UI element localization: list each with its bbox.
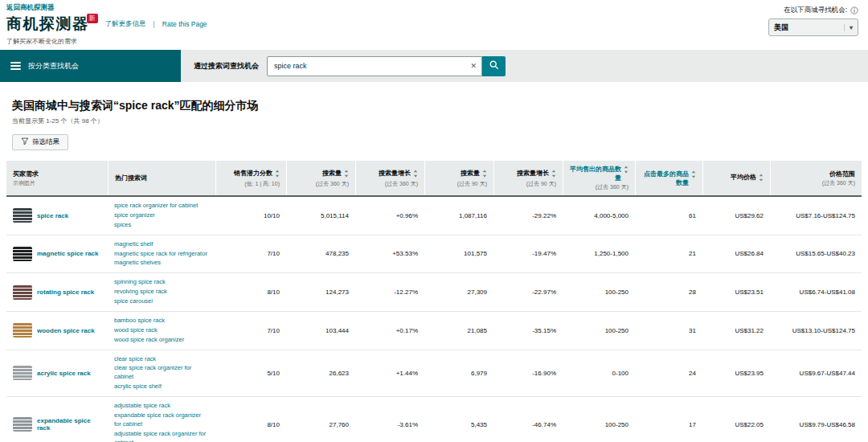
sort-icon[interactable]	[413, 170, 418, 179]
sales-potential-score: 8/10	[215, 397, 286, 442]
avg-price: US$31.22	[702, 312, 770, 350]
niche-cell: wooden spice rack	[6, 312, 108, 350]
table-row: spice rack spice rack organizer for cabi…	[6, 197, 862, 235]
sort-icon[interactable]	[691, 170, 696, 180]
search-volume-90: 27,309	[424, 273, 493, 311]
search-term-link[interactable]: bamboo spice rack	[114, 317, 165, 325]
search-volume-growth-90: -16.90%	[493, 350, 563, 397]
search-volume-growth-90: -35.15%	[493, 312, 563, 350]
info-icon[interactable]	[850, 6, 858, 14]
search-volume-90: 101,575	[424, 235, 493, 273]
column-header[interactable]: 销售潜力分数 (低: 1 | 高: 10)	[215, 161, 286, 195]
search-volume-90: 21,085	[424, 312, 493, 350]
column-header[interactable]: 搜索量 (过去 360 天)	[286, 161, 355, 195]
niche-link[interactable]: wooden spice rack	[37, 327, 95, 334]
search-terms-cell: bamboo spice rackwood spice rackwood spi…	[108, 312, 215, 350]
table-row: wooden spice rack bamboo spice rackwood …	[6, 312, 862, 350]
filter-button[interactable]: 筛选结果	[12, 134, 68, 150]
search-term-link[interactable]: clear spice rack	[114, 355, 156, 364]
rate-page-link[interactable]: Rate this Page	[162, 20, 207, 28]
search-input[interactable]	[267, 56, 482, 76]
column-header[interactable]: 热门搜索词	[108, 161, 215, 195]
search-term-link[interactable]: clear spice rack organizer for cabinet	[114, 364, 209, 382]
app-title: 商机探测器	[6, 14, 89, 35]
sales-potential-score: 7/10	[215, 312, 286, 350]
search-term-link[interactable]: expandable spice rack organizer for cabi…	[114, 411, 209, 429]
search-term-link[interactable]: acrylic spice shelf	[114, 383, 162, 391]
column-header[interactable]: 平均价格	[702, 161, 770, 195]
column-header[interactable]: 价格范围 (过去 360 天)	[770, 161, 862, 195]
column-label: 销售潜力分数	[234, 169, 272, 178]
avg-units-sold: 100-250	[563, 273, 635, 311]
niche-link[interactable]: magnetic spice rack	[37, 250, 98, 257]
search-term-link[interactable]: adjustable spice rack	[114, 402, 170, 411]
niche-cell: magnetic spice rack	[6, 235, 108, 273]
niche-link[interactable]: spice rack	[37, 212, 68, 219]
column-sublabel: (过去 90 天)	[432, 180, 487, 188]
search-term-link[interactable]: spice organizer	[114, 211, 155, 220]
marketplace-select[interactable]: 美国 ▾	[768, 18, 858, 36]
search-volume-growth-360: -3.61%	[355, 397, 424, 442]
sales-potential-score: 5/10	[215, 350, 286, 397]
niche-cell: expandable spice rack	[6, 397, 108, 442]
browse-categories-button[interactable]: 按分类查找机会	[0, 50, 181, 82]
page-header: 返回商机探测器 商机探测器 新 了解更多信息 | Rate this Page …	[0, 0, 868, 50]
top-clicked-products: 17	[635, 397, 702, 442]
avg-price: US$23.51	[702, 273, 770, 311]
search-terms-cell: adjustable spice rackexpandable spice ra…	[108, 397, 215, 442]
sort-icon[interactable]	[759, 174, 764, 183]
search-button[interactable]	[482, 56, 506, 76]
column-label: 搜索量	[461, 169, 480, 178]
search-term-link[interactable]: spices	[114, 221, 131, 230]
column-header[interactable]: 点击最多的商品数量	[635, 161, 702, 195]
column-header[interactable]: 搜索量增长 (过去 90 天)	[493, 161, 563, 195]
search-term-link[interactable]: wood spice rack	[114, 326, 158, 335]
table-header-row: 买家需求 示例图片 热门搜索词 销售潜力分数 (低: 1 | 高: 10) 搜索…	[6, 161, 862, 197]
search-term-link[interactable]: magnetic spice rack for refrigerator	[114, 250, 207, 259]
search-term-link[interactable]: adjustable spice rack organizer for cabi…	[114, 430, 209, 442]
search-volume-growth-90: -19.47%	[493, 235, 563, 273]
sort-icon[interactable]	[344, 170, 349, 179]
table-row: magnetic spice rack magnetic shelfmagnet…	[6, 235, 862, 274]
column-header[interactable]: 买家需求 示例图片	[6, 161, 108, 195]
search-term-link[interactable]: magnetic shelves	[114, 259, 161, 268]
search-box: ✕	[267, 56, 506, 76]
avg-price: US$26.84	[702, 235, 770, 273]
marketplace-value: 美国	[774, 23, 788, 33]
search-term-link[interactable]: spinning spice rack	[114, 278, 166, 287]
sales-potential-score: 7/10	[215, 235, 286, 273]
top-clicked-products: 21	[635, 235, 702, 273]
search-volume-growth-360: +53.53%	[355, 235, 424, 273]
sort-icon[interactable]	[275, 170, 280, 179]
column-label: 平均价格	[731, 173, 756, 182]
column-sublabel: (过去 360 天)	[362, 180, 418, 188]
search-term-link[interactable]: spice rack organizer for cabinet	[114, 202, 198, 211]
hamburger-menu-icon[interactable]	[10, 62, 21, 70]
marketplace-label: 在以下商城寻找机会:	[784, 6, 847, 15]
column-label: 价格范围	[829, 170, 855, 178]
search-term-link[interactable]: wood spice rack organizer	[114, 336, 184, 345]
breadcrumb-link[interactable]: 返回商机探测器	[6, 3, 207, 13]
table-row: expandable spice rack adjustable spice r…	[6, 397, 862, 442]
column-header[interactable]: 搜索量增长 (过去 360 天)	[355, 161, 424, 195]
niche-link[interactable]: expandable spice rack	[37, 417, 101, 432]
sort-icon[interactable]	[482, 170, 487, 179]
learn-more-link[interactable]: 了解更多信息	[105, 19, 146, 29]
browse-categories-label: 按分类查找机会	[28, 61, 79, 72]
top-clicked-products: 28	[635, 273, 702, 311]
column-label: 平均售出的商品数量	[570, 165, 621, 182]
niche-link[interactable]: rotating spice rack	[37, 289, 94, 296]
filter-button-label: 筛选结果	[32, 137, 59, 147]
search-term-link[interactable]: magnetic shelf	[114, 240, 153, 249]
column-header[interactable]: 搜索量 (过去 90 天)	[424, 161, 493, 195]
sort-icon[interactable]	[551, 170, 556, 179]
niche-link[interactable]: acrylic spice rack	[37, 370, 91, 377]
search-term-link[interactable]: revolving spice rack	[114, 288, 167, 297]
avg-units-sold: 4,000-5,000	[563, 197, 635, 235]
link-divider: |	[154, 20, 155, 28]
clear-search-icon[interactable]: ✕	[470, 62, 477, 70]
top-clicked-products: 24	[635, 350, 702, 397]
sort-icon[interactable]	[624, 166, 628, 175]
column-header[interactable]: 平均售出的商品数量 (过去 360 天)	[563, 161, 635, 195]
search-term-link[interactable]: spice carousel	[114, 297, 153, 306]
